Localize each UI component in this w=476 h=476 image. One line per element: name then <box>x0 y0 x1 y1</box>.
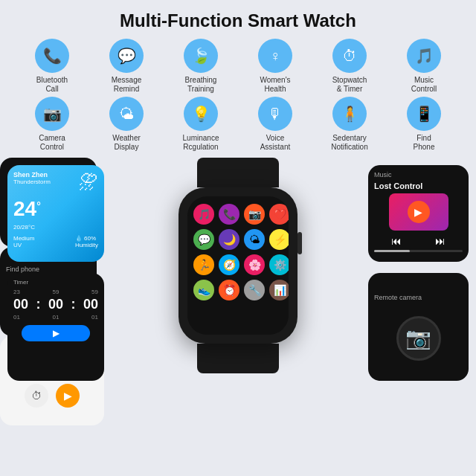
feature-womens-health: ♀ Women'sHealth <box>238 39 312 94</box>
music-screen: Music Lost Control ▶ ⏮ ⏭ <box>368 165 469 262</box>
app-settings[interactable]: ⚙️ <box>269 254 289 275</box>
feature-message-remind: 💬 MessageRemind <box>89 39 164 94</box>
music-next-button[interactable]: ⏭ <box>435 235 446 247</box>
app-flower[interactable]: 🌸 <box>244 254 265 275</box>
camera-remote-label: Remote camera <box>374 294 422 301</box>
watch-band-top <box>197 158 279 187</box>
camera-shutter-button[interactable]: 📷 <box>396 316 441 361</box>
feature-breathing: 🍃 BreathingTraining <box>164 39 238 94</box>
timer-row-3: 010101 <box>13 314 98 321</box>
bluetooth-call-icon: 📞 <box>35 39 69 73</box>
app-steps[interactable]: 👟 <box>193 280 214 300</box>
music-icon: 🎵 <box>407 39 441 73</box>
feature-bluetooth-call: 📞 BluetoothCall <box>15 39 89 94</box>
watch-band-bottom <box>197 344 279 373</box>
feature-voice: 🎙 VoiceAssistant <box>238 97 312 152</box>
app-music[interactable]: 🎵 <box>193 204 214 225</box>
app-message[interactable]: 💬 <box>193 229 214 250</box>
sedentary-label: SedentaryNotification <box>331 134 367 152</box>
sedentary-icon: 🧍 <box>332 97 367 131</box>
breathing-icon: 🍃 <box>184 39 218 73</box>
app-camera[interactable]: 📷 <box>244 204 265 225</box>
timer-label: Timer <box>13 279 98 286</box>
music-label: MusicControll <box>411 76 437 94</box>
find-phone-screen-label: Find phone <box>6 266 39 273</box>
camera-control-label: CameraControl <box>39 134 65 152</box>
message-remind-icon: 💬 <box>109 39 144 73</box>
music-progress-fill <box>374 250 410 252</box>
app-weather[interactable]: 🌤 <box>244 229 265 250</box>
app-extra1[interactable]: 🔧 <box>244 280 265 300</box>
watch-screen: 🎵 📞 📷 ❤️ 💬 🌙 🌤 ⚡ 🏃 🧭 🌸 ⚙️ 👟 ⏰ 🔧 📊 <box>187 196 289 335</box>
music-prev-button[interactable]: ⏮ <box>391 235 402 247</box>
app-phone[interactable]: 📞 <box>219 204 239 225</box>
voice-assistant-icon: 🎙 <box>258 97 292 131</box>
app-activity[interactable]: ⚡ <box>269 229 289 250</box>
find-phone-icon: 📱 <box>407 97 441 131</box>
bluetooth-call-label: BluetoothCall <box>36 76 68 94</box>
luminance-label: LuminanceRcgulation <box>183 134 219 152</box>
app-fitness[interactable]: 🏃 <box>193 254 214 275</box>
music-screen-label: Music <box>374 171 463 178</box>
weather-display-icon: 🌤 <box>109 97 144 131</box>
voice-assistant-label: VoiceAssistant <box>260 134 291 152</box>
weather-uv: MediumUV <box>13 235 34 248</box>
breathing-label: BreathingTraining <box>185 76 217 94</box>
message-remind-label: MessageRemind <box>112 76 142 94</box>
luminance-icon: 💡 <box>184 97 218 131</box>
weather-display-label: WeatherDisplay <box>112 134 141 152</box>
watch-body: 🎵 📞 📷 ❤️ 💬 🌙 🌤 ⚡ 🏃 🧭 🌸 ⚙️ 👟 ⏰ 🔧 📊 <box>178 187 298 344</box>
timer-play-button[interactable]: ▶ <box>22 325 89 341</box>
app-sleep[interactable]: 🌙 <box>219 229 239 250</box>
weather-temp: 24° <box>13 197 98 221</box>
camera-remote-screen: Remote camera 📷 <box>368 273 469 381</box>
watch-center: 🎵 📞 📷 ❤️ 💬 🌙 🌤 ⚡ 🏃 🧭 🌸 ⚙️ 👟 ⏰ 🔧 📊 <box>167 158 309 366</box>
weather-city: Shen Zhen <box>13 171 51 178</box>
app-alarm[interactable]: ⏰ <box>219 280 239 300</box>
weather-range: 20/28°C <box>13 224 98 231</box>
app-extra2[interactable]: 📊 <box>269 280 289 300</box>
feature-music: 🎵 MusicControll <box>387 39 461 94</box>
music-controls: ⏮ ⏭ <box>374 235 463 247</box>
feature-find-phone: 📱 FindPhone <box>387 97 461 152</box>
features-grid: 📞 BluetoothCall 💬 MessageRemind 🍃 Breath… <box>0 39 476 152</box>
stopwatch-play-button[interactable]: ▶ <box>56 384 80 408</box>
womens-health-icon: ♀ <box>258 39 292 73</box>
find-phone-label: FindPhone <box>414 134 435 152</box>
app-compass[interactable]: 🧭 <box>219 254 239 275</box>
womens-health-label: Women'sHealth <box>260 76 290 94</box>
watch-crown-button[interactable] <box>298 232 302 254</box>
timer-screen: Timer 235959 00:00:00 010101 ▶ <box>7 273 104 381</box>
stopwatch-controls: ⏱ ▶ <box>7 384 97 408</box>
music-progress-bar <box>374 250 463 252</box>
weather-humidity: 💧 60%Humidity <box>75 235 98 248</box>
feature-luminance: 💡 LuminanceRcgulation <box>164 97 238 152</box>
bottom-section: Shen Zhen Thunderstorm ⛈ 24° 20/28°C Med… <box>0 158 476 448</box>
weather-condition: Thunderstorm <box>13 178 51 185</box>
timer-row-1: 235959 <box>13 289 98 295</box>
music-song-title: Lost Control <box>374 181 463 190</box>
feature-sedentary: 🧍 SedentaryNotification <box>312 97 387 152</box>
weather-screen: Shen Zhen Thunderstorm ⛈ 24° 20/28°C Med… <box>7 165 104 262</box>
music-thumbnail: ▶ <box>389 193 448 231</box>
camera-control-icon: 📷 <box>35 97 69 131</box>
feature-weather: 🌤 WeatherDisplay <box>89 97 164 152</box>
weather-bottom: MediumUV 💧 60%Humidity <box>13 235 98 248</box>
timer-digits: 00:00:00 <box>13 297 98 312</box>
app-heart[interactable]: ❤️ <box>269 204 289 225</box>
page-title: Multi-Function Smart Watch <box>0 0 476 39</box>
stopwatch-label: Stopwatch& Timer <box>332 76 367 94</box>
stopwatch-icon: ⏱ <box>332 39 367 73</box>
music-play-button[interactable]: ▶ <box>408 201 430 223</box>
feature-camera: 📷 CameraControl <box>15 97 89 152</box>
feature-stopwatch: ⏱ Stopwatch& Timer <box>312 39 387 94</box>
stopwatch-reset-button[interactable]: ⏱ <box>25 384 48 408</box>
